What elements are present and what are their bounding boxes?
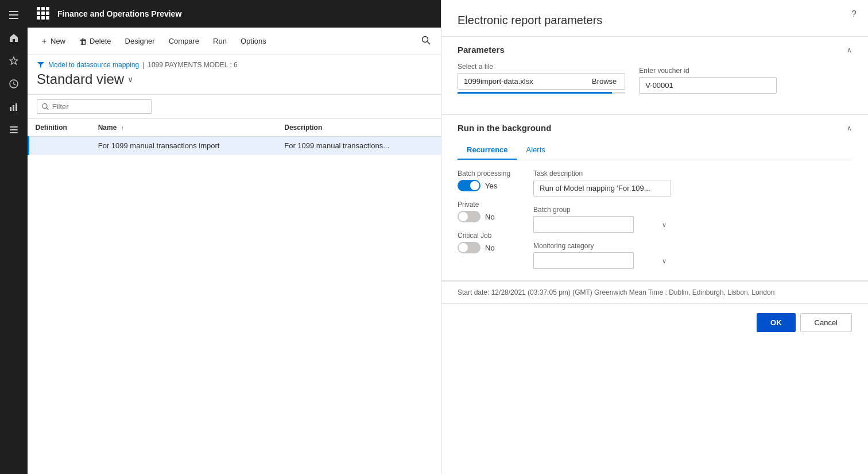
cell-definition bbox=[29, 137, 91, 155]
private-toggle-label: No bbox=[485, 213, 495, 221]
two-col-layout: Batch processing Yes Private bbox=[458, 169, 852, 269]
hamburger-menu-icon[interactable] bbox=[3, 5, 24, 25]
batch-group-select[interactable] bbox=[533, 216, 634, 233]
svg-rect-7 bbox=[10, 126, 18, 128]
delete-icon: 🗑 bbox=[79, 37, 87, 46]
filter-icon bbox=[37, 61, 45, 69]
batch-toggle-thumb bbox=[470, 181, 479, 190]
svg-rect-5 bbox=[13, 105, 14, 111]
run-button[interactable]: Run bbox=[207, 33, 232, 49]
clock-icon[interactable] bbox=[3, 74, 24, 94]
sort-icon[interactable]: ↑ bbox=[121, 125, 124, 131]
filter-bar bbox=[28, 95, 441, 119]
progress-bar-wrap bbox=[458, 92, 625, 94]
monitoring-category-label: Monitoring category bbox=[533, 242, 671, 250]
designer-button[interactable]: Designer bbox=[119, 33, 161, 49]
svg-rect-2 bbox=[9, 18, 18, 19]
parameters-section-header[interactable]: Parameters ∧ bbox=[441, 37, 868, 63]
col-definition: Definition bbox=[29, 119, 91, 137]
private-toggle[interactable] bbox=[458, 211, 480, 222]
batch-processing-group: Batch processing Yes bbox=[458, 169, 510, 191]
critical-job-group: Critical Job No bbox=[458, 232, 510, 253]
critical-job-label: Critical Job bbox=[458, 232, 510, 240]
task-desc-group: Task description bbox=[533, 169, 671, 196]
svg-rect-4 bbox=[10, 107, 11, 111]
view-title-chevron-icon[interactable]: ∨ bbox=[127, 75, 133, 84]
parameters-section-title: Parameters bbox=[458, 45, 505, 55]
svg-rect-1 bbox=[9, 14, 18, 16]
progress-bar bbox=[458, 92, 612, 94]
toolbar: ＋ New 🗑 Delete Designer Compare Run Opti… bbox=[28, 28, 441, 55]
cell-name: For 1099 manual transactions import bbox=[91, 137, 278, 155]
monitoring-category-chevron-icon: ∨ bbox=[662, 257, 666, 264]
chart-icon[interactable] bbox=[3, 97, 24, 117]
svg-rect-8 bbox=[10, 129, 18, 130]
batch-toggle-wrap: Yes bbox=[458, 180, 510, 191]
svg-line-11 bbox=[428, 41, 431, 44]
help-icon[interactable]: ? bbox=[851, 9, 857, 20]
apps-grid-icon[interactable] bbox=[37, 7, 51, 21]
private-toggle-wrap: No bbox=[458, 211, 510, 222]
search-button[interactable] bbox=[418, 32, 434, 51]
section-tabs: Recurrence Alerts bbox=[458, 141, 852, 160]
browse-button[interactable]: Browse bbox=[584, 73, 625, 90]
list-icon[interactable] bbox=[3, 120, 24, 140]
table-row[interactable]: For 1099 manual transactions import For … bbox=[29, 137, 441, 155]
col-name: Name ↑ bbox=[91, 119, 278, 137]
batch-toggle-label: Yes bbox=[485, 182, 497, 190]
batch-group-label: Batch group bbox=[533, 206, 671, 214]
monitoring-category-group: Monitoring category ∨ bbox=[533, 242, 671, 269]
home-icon[interactable] bbox=[3, 28, 24, 48]
svg-line-13 bbox=[46, 108, 48, 110]
task-desc-label: Task description bbox=[533, 169, 671, 178]
file-input-wrap: Browse bbox=[458, 73, 625, 90]
col-description: Description bbox=[277, 119, 441, 137]
monitoring-category-select[interactable] bbox=[533, 252, 634, 269]
tab-alerts[interactable]: Alerts bbox=[517, 141, 555, 160]
voucher-input[interactable] bbox=[639, 77, 777, 94]
breadcrumb-link[interactable]: Model to datasource mapping bbox=[48, 61, 139, 69]
private-group: Private No bbox=[458, 201, 510, 222]
filter-input[interactable] bbox=[52, 102, 146, 111]
options-button[interactable]: Options bbox=[235, 33, 272, 49]
critical-job-toggle-thumb bbox=[459, 243, 468, 252]
cancel-button[interactable]: Cancel bbox=[800, 313, 852, 332]
monitoring-category-select-wrap: ∨ bbox=[533, 252, 671, 269]
critical-job-toggle[interactable] bbox=[458, 242, 480, 253]
svg-point-12 bbox=[42, 104, 47, 109]
file-input[interactable] bbox=[458, 73, 584, 90]
svg-rect-9 bbox=[10, 132, 18, 133]
file-group: Select a file Browse bbox=[458, 63, 625, 94]
new-button[interactable]: ＋ New bbox=[34, 33, 71, 50]
background-section: Run in the background ∧ Recurrence Alert… bbox=[441, 115, 868, 281]
batch-toggle[interactable] bbox=[458, 180, 480, 191]
private-toggle-thumb bbox=[459, 212, 468, 221]
star-icon[interactable] bbox=[3, 51, 24, 71]
dialog-title: Electronic report parameters bbox=[458, 14, 852, 27]
batch-group-chevron-icon: ∨ bbox=[662, 221, 666, 228]
breadcrumb: Model to datasource mapping | 1099 PAYME… bbox=[37, 61, 432, 69]
app-title: Finance and Operations Preview bbox=[57, 9, 181, 18]
background-section-header[interactable]: Run in the background ∧ bbox=[441, 115, 868, 141]
view-title: Standard view ∨ bbox=[37, 71, 432, 92]
critical-job-toggle-wrap: No bbox=[458, 242, 510, 253]
background-section-body: Recurrence Alerts Batch processing bbox=[441, 141, 868, 280]
breadcrumb-separator: | bbox=[142, 61, 144, 69]
breadcrumb-current: 1099 PAYMENTS MODEL : 6 bbox=[148, 61, 238, 69]
batch-group-select-wrap: ∨ bbox=[533, 216, 671, 233]
svg-point-10 bbox=[423, 36, 428, 42]
status-text: Start date: 12/28/2021 (03:37:05 pm) (GM… bbox=[458, 288, 774, 296]
tab-recurrence[interactable]: Recurrence bbox=[458, 141, 517, 160]
cell-description: For 1099 manual transactions... bbox=[277, 137, 441, 155]
dialog-header: Electronic report parameters ? bbox=[441, 0, 868, 37]
background-chevron-icon: ∧ bbox=[847, 124, 852, 132]
new-icon: ＋ bbox=[40, 36, 48, 47]
file-row: Select a file Browse Enter voucher id bbox=[458, 63, 852, 94]
compare-button[interactable]: Compare bbox=[163, 33, 205, 49]
task-desc-input[interactable] bbox=[533, 180, 671, 196]
delete-button[interactable]: 🗑 Delete bbox=[73, 33, 117, 49]
ok-button[interactable]: OK bbox=[757, 313, 796, 332]
voucher-label: Enter voucher id bbox=[639, 67, 777, 75]
data-table: Definition Name ↑ Description For 1099 m… bbox=[28, 119, 441, 155]
private-label: Private bbox=[458, 201, 510, 209]
